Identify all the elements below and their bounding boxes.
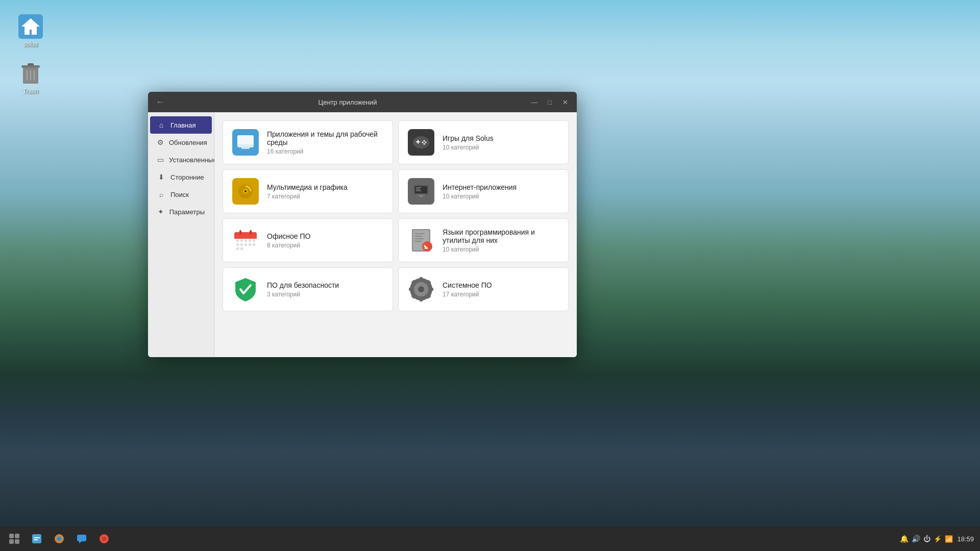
svg-rect-4 [28, 63, 34, 66]
category-games[interactable]: Игры для Solus 10 категорий [398, 120, 569, 164]
internet-info: Интернет-приложения 10 категорий [443, 183, 517, 200]
sidebar-item-home[interactable]: ⌂ Главная [150, 116, 212, 134]
internet-icon [408, 178, 434, 205]
svg-point-20 [244, 190, 247, 192]
maximize-button[interactable]: □ [543, 95, 556, 109]
solus-icon[interactable]: solus [10, 10, 51, 52]
svg-rect-26 [416, 189, 420, 190]
svg-rect-24 [419, 196, 423, 197]
multimedia-icon [232, 178, 259, 205]
games-icon [408, 129, 434, 156]
programming-title: Языки программирования и утилиты для них [443, 228, 559, 244]
close-button[interactable]: ✕ [558, 95, 572, 109]
taskbar-apps-icon[interactable] [4, 529, 24, 549]
svg-rect-60 [420, 297, 423, 302]
back-button[interactable]: ← [153, 95, 167, 109]
svg-rect-71 [32, 534, 41, 543]
network-tray-icon[interactable]: 📶 [945, 535, 953, 543]
trash-icon[interactable]: Trash [10, 57, 51, 99]
category-internet[interactable]: Интернет-приложения 10 категорий [398, 169, 569, 213]
desktop-apps-icon [232, 129, 259, 156]
svg-rect-70 [15, 539, 19, 544]
internet-count: 10 категорий [443, 193, 517, 200]
svg-rect-69 [9, 539, 14, 544]
svg-rect-25 [416, 187, 421, 188]
svg-rect-73 [34, 539, 38, 540]
sidebar-item-third-party[interactable]: ⬇ Сторонние [150, 168, 212, 186]
system-count: 17 категорий [443, 291, 492, 298]
sidebar-item-search[interactable]: ⌕ Поиск [150, 186, 212, 203]
svg-point-80 [102, 537, 106, 541]
taskbar: 🔔 🔊 ⏻ ⚡ 📶 18:59 [0, 527, 980, 551]
sidebar-label-installed: Установленные [169, 156, 217, 164]
power-tray-icon[interactable]: ⏻ [923, 535, 930, 543]
svg-rect-59 [420, 277, 423, 281]
sidebar-label-third-party: Сторонние [170, 173, 204, 181]
home-icon: ⌂ [157, 121, 165, 129]
svg-rect-62 [429, 288, 433, 291]
system-info: Системное ПО 17 категорий [443, 281, 492, 298]
category-security[interactable]: ПО для безопасности 3 категорий [223, 267, 393, 311]
category-system[interactable]: Системное ПО 17 категорий [398, 267, 569, 311]
taskbar-system-icon[interactable] [94, 529, 114, 549]
programming-icon [408, 227, 434, 254]
internet-title: Интернет-приложения [443, 183, 517, 191]
system-clock: 18:59 [957, 535, 974, 543]
svg-rect-68 [15, 534, 19, 538]
sidebar-item-updates[interactable]: ⚙ Обновления [150, 134, 212, 151]
minimize-button[interactable]: — [528, 95, 541, 109]
category-programming[interactable]: Языки программирования и утилиты для них… [398, 218, 569, 262]
svg-point-16 [424, 143, 425, 145]
updates-icon: ⚙ [157, 138, 164, 146]
sidebar-item-settings[interactable]: ✦ Параметры [150, 203, 212, 220]
svg-rect-44 [253, 243, 255, 246]
svg-rect-10 [241, 147, 250, 149]
installed-icon: ▭ [157, 156, 164, 164]
svg-point-11 [413, 136, 429, 148]
category-desktop-apps[interactable]: Приложения и темы для рабочей среды 16 к… [223, 120, 393, 164]
svg-rect-27 [416, 190, 421, 191]
sidebar-item-installed[interactable]: ▭ Установленные [150, 151, 212, 168]
taskbar-firefox-icon[interactable] [49, 529, 69, 549]
svg-rect-45 [236, 247, 239, 250]
svg-point-76 [58, 538, 60, 540]
system-icon [408, 276, 434, 303]
svg-rect-23 [417, 194, 425, 196]
svg-rect-37 [244, 239, 247, 242]
taskbar-software-icon[interactable] [27, 529, 47, 549]
svg-rect-50 [414, 236, 423, 237]
solus-label: solus [23, 41, 38, 48]
categories-grid: Приложения и темы для рабочей среды 16 к… [223, 120, 569, 311]
svg-rect-13 [418, 140, 419, 144]
category-office[interactable]: Офисное ПО 8 категорий [223, 218, 393, 262]
svg-point-15 [425, 142, 427, 143]
notification-tray-icon[interactable]: 🔔 [900, 535, 909, 543]
sidebar: ⌂ Главная ⚙ Обновления ▭ Установленные ⬇… [148, 112, 214, 357]
svg-rect-33 [239, 230, 241, 235]
svg-rect-35 [236, 239, 239, 242]
svg-rect-61 [409, 288, 413, 291]
games-title: Игры для Solus [443, 134, 494, 142]
svg-rect-51 [414, 238, 424, 239]
office-title: Офисное ПО [267, 232, 310, 240]
taskbar-chat-icon[interactable] [71, 529, 92, 549]
svg-rect-41 [240, 243, 243, 246]
sidebar-label-search: Поиск [170, 191, 189, 198]
app-center-window: ← Центр приложений — □ ✕ ⌂ Главная ⚙ Обн… [148, 92, 577, 357]
window-body: ⌂ Главная ⚙ Обновления ▭ Установленные ⬇… [148, 112, 577, 357]
svg-rect-36 [240, 239, 243, 242]
svg-rect-46 [240, 247, 243, 250]
desktop-icons: solus Trash [10, 10, 51, 99]
svg-rect-40 [236, 243, 239, 246]
sidebar-label-settings: Параметры [169, 208, 205, 216]
desktop-apps-count: 16 категорий [267, 148, 383, 155]
svg-point-14 [424, 140, 425, 142]
bluetooth-tray-icon[interactable]: ⚡ [934, 535, 942, 543]
svg-rect-81 [104, 534, 105, 536]
security-count: 3 категорий [267, 291, 339, 298]
main-content: Приложения и темы для рабочей среды 16 к… [214, 112, 577, 357]
window-controls: — □ ✕ [528, 95, 572, 109]
category-multimedia[interactable]: Мультимедиа и графика 7 категорий [223, 169, 393, 213]
volume-tray-icon[interactable]: 🔊 [912, 535, 920, 543]
multimedia-title: Мультимедиа и графика [267, 183, 348, 191]
